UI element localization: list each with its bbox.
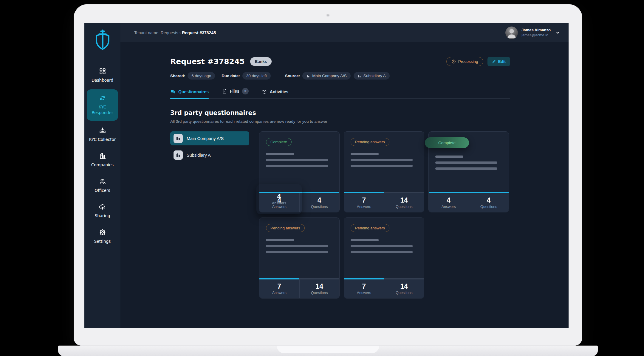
breadcrumb-prefix: Tenant name: Requests [134, 30, 178, 35]
company-list: Main Company A/S Subsidiary A [170, 131, 249, 162]
source-company-pill[interactable]: Subsidiary A [354, 72, 390, 80]
tab-activities[interactable]: Activities [262, 89, 288, 98]
status-badge-pending: Pending answers [351, 138, 389, 146]
sidebar-item-label: KYC Collector [89, 137, 116, 143]
shield-sword-logo-icon [93, 29, 112, 51]
breadcrumb-separator: › [179, 30, 181, 35]
app-window: Dashboard KYC Responder KYC Collector [84, 23, 569, 328]
answers-stat[interactable]: 7 Answers [344, 279, 384, 298]
questionnaire-grid: Complete 4 Answers [259, 131, 509, 299]
skeleton-text [351, 153, 417, 167]
due-date-value: 30 days left [242, 72, 271, 80]
questions-stat[interactable]: 14 Questions [299, 279, 340, 298]
card-stats: 7 Answers 14 Questions [259, 279, 339, 298]
sidebar-item-settings[interactable]: Settings [87, 225, 118, 248]
sidebar-item-label: Dashboard [92, 77, 113, 83]
questions-stat[interactable]: 14 Questions [384, 279, 424, 298]
laptop-base [58, 346, 598, 356]
section-title: 3rd party questionnaires [170, 109, 510, 116]
sidebar-item-label: Officers [95, 188, 110, 194]
card-stats: 7 Answers 14 Questions [344, 193, 424, 212]
questions-stat[interactable]: 14 Questions [384, 193, 424, 212]
sidebar-item-sharing[interactable]: Sharing [87, 199, 118, 223]
company-name: Subsidiary A [187, 153, 211, 158]
collector-inbox-icon [99, 127, 106, 134]
source-label: Source: [285, 74, 300, 78]
skeleton-text [266, 153, 333, 167]
companies-building-icon [99, 152, 106, 160]
sidebar-item-label: Sharing [95, 213, 110, 219]
building-icon [306, 74, 310, 78]
questions-stat[interactable]: 4 Questions [299, 193, 340, 212]
files-count-badge: 2 [242, 88, 249, 94]
settings-gear-icon [99, 228, 106, 236]
questionnaire-card[interactable]: Pending answers 7 Answers [344, 217, 424, 299]
sidebar-item-kyc-responder[interactable]: KYC Responder [87, 89, 118, 121]
company-item-subsidiary-a[interactable]: Subsidiary A [170, 148, 249, 162]
questionnaire-card[interactable]: Complete 4 Answers [259, 131, 340, 212]
questionnaire-card[interactable]: Pending answers 7 Answers [344, 131, 424, 212]
topbar: Tenant name: Requests › Request #378245 … [120, 23, 569, 42]
dashboard-grid-icon [99, 67, 106, 75]
laptop-frame: Dashboard KYC Responder KYC Collector [74, 4, 582, 346]
questionnaire-card[interactable]: Complete 4 Answers 4 Question [428, 131, 509, 212]
sidebar-item-label: Settings [94, 239, 111, 245]
avatar [505, 27, 518, 39]
main-column: Tenant name: Requests › Request #378245 … [120, 23, 569, 328]
building-icon [174, 134, 183, 143]
card-stats: 4 Answers 4 Questions [429, 193, 509, 212]
questions-stat[interactable]: 4 Questions [469, 193, 509, 212]
skeleton-text [266, 239, 333, 253]
breadcrumb-current: Request #378245 [182, 30, 216, 35]
user-menu[interactable]: James Almanzo james@acme.io [505, 27, 560, 39]
tab-questionnaires[interactable]: Questionnaires [170, 89, 209, 98]
content-area: Request #378245 Banks Processing Edit [120, 42, 569, 328]
status-badge-complete-hovered: Complete [425, 137, 469, 148]
category-tag: Banks [250, 57, 272, 66]
sidebar: Dashboard KYC Responder KYC Collector [84, 23, 120, 328]
questionnaire-card[interactable]: Pending answers 7 Answers [259, 217, 340, 299]
status-badge: Processing [446, 57, 483, 66]
meta-row: Shared: 6 days ago Due date: 30 days lef… [170, 72, 510, 80]
file-icon [222, 88, 227, 94]
page-head: Request #378245 Banks Processing Edit [170, 57, 510, 66]
user-email: james@acme.io [521, 33, 551, 38]
sidebar-item-officers[interactable]: Officers [87, 174, 118, 197]
webcam-dot [326, 14, 330, 17]
answers-stat[interactable]: 4 Answers [429, 193, 469, 212]
company-name: Main Company A/S [187, 136, 224, 141]
status-badge-pending: Pending answers [266, 224, 305, 232]
laptop-base-notch [277, 346, 379, 353]
user-meta: James Almanzo james@acme.io [521, 28, 551, 38]
answers-stat-hovered[interactable]: 4 Answers [256, 184, 302, 214]
user-name: James Almanzo [521, 28, 551, 33]
status-badge-complete: Complete [266, 138, 292, 146]
shared-label: Shared: [170, 74, 185, 78]
responder-sync-icon [99, 94, 106, 102]
sharing-cloud-upload-icon [99, 203, 106, 211]
sidebar-item-dashboard[interactable]: Dashboard [87, 64, 118, 87]
building-icon [174, 150, 183, 160]
source-company-pill[interactable]: Main Company A/S [302, 72, 351, 80]
pencil-icon [492, 60, 496, 64]
due-date-label: Due date: [222, 74, 240, 78]
answers-stat[interactable]: 7 Answers [259, 279, 299, 298]
skeleton-text [351, 239, 417, 253]
answers-stat[interactable]: 7 Answers [344, 193, 384, 212]
officers-people-icon [99, 178, 106, 185]
sidebar-item-kyc-collector[interactable]: KYC Collector [87, 123, 118, 146]
company-item-main-company[interactable]: Main Company A/S [170, 131, 249, 145]
tab-files[interactable]: Files 2 [222, 88, 249, 98]
breadcrumb[interactable]: Tenant name: Requests › Request #378245 [134, 30, 216, 35]
sidebar-item-companies[interactable]: Companies [87, 148, 118, 172]
edit-button[interactable]: Edit [487, 57, 510, 66]
shared-value: 6 days ago [188, 72, 215, 80]
building-icon [357, 74, 361, 78]
clock-icon [451, 59, 456, 64]
card-stats: 7 Answers 14 Questions [344, 279, 424, 298]
sidebar-item-label: KYC Responder [88, 104, 117, 116]
chat-bubbles-icon [170, 89, 176, 94]
history-clock-icon [262, 89, 267, 94]
section-subtitle: All 3rd party questionnaires for each re… [170, 119, 510, 124]
page-title: Request #378245 [170, 57, 245, 66]
